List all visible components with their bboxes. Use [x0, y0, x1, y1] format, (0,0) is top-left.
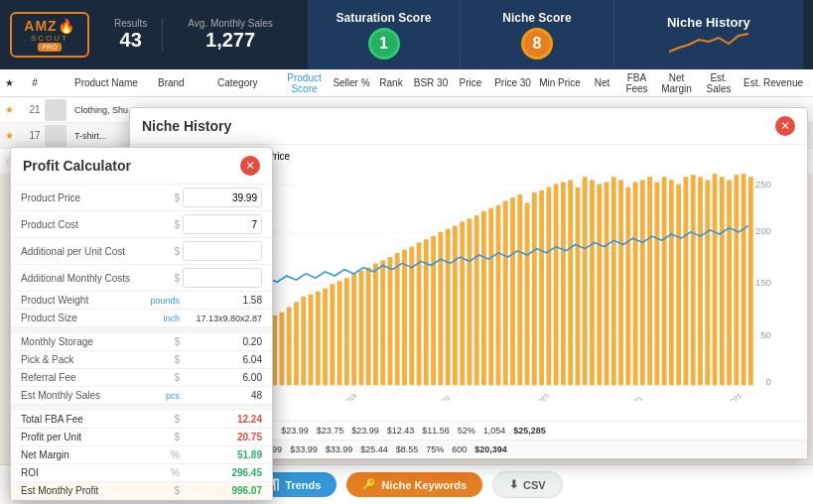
svg-text:12/2021: 12/2021: [719, 392, 743, 401]
th-fba-fees: FBA Fees: [619, 72, 654, 94]
modal-header: Niche History ✕: [130, 108, 807, 145]
price-cell: $23.99: [281, 426, 309, 436]
svg-rect-37: [338, 281, 342, 385]
svg-rect-59: [496, 205, 501, 386]
svg-rect-74: [605, 183, 610, 386]
additional-unit-cost-row: Additional per Unit Cost $: [11, 238, 272, 265]
star-icon[interactable]: ★: [5, 130, 25, 141]
niche-score-value: 8: [521, 28, 553, 60]
pcs-unit: pcs: [166, 391, 180, 401]
svg-rect-90: [720, 177, 725, 385]
profit-calculator-header: Profit Calculator ✕: [11, 148, 272, 185]
product-size-label: Product Size: [21, 313, 163, 323]
product-cost-input[interactable]: [183, 214, 262, 234]
niche-history-sparkline: [669, 30, 748, 55]
svg-rect-91: [727, 180, 732, 385]
product-price-label: Product Price: [21, 192, 174, 203]
th-net: Net: [585, 77, 619, 88]
pounds-unit: pounds: [150, 296, 180, 306]
svg-text:6/2021: 6/2021: [622, 395, 643, 401]
svg-rect-41: [366, 268, 371, 386]
svg-rect-83: [669, 180, 674, 385]
net-margin-label: Net Margin: [21, 449, 171, 460]
est-rev-cell: $25,285: [513, 426, 546, 436]
product-cost-label: Product Cost: [21, 219, 174, 230]
modal-title: Niche History: [142, 118, 231, 134]
product-price-input[interactable]: [183, 188, 262, 207]
svg-rect-56: [474, 215, 479, 385]
th-price30: Price 30: [490, 77, 535, 88]
svg-rect-66: [546, 188, 551, 386]
est-rev-cell: $20,394: [474, 444, 507, 454]
svg-rect-31: [294, 302, 299, 385]
th-est-sales: Est. Sales: [699, 72, 739, 94]
pick-pack-value: 6.04: [183, 354, 262, 365]
svg-rect-71: [583, 177, 588, 385]
svg-rect-73: [597, 185, 602, 386]
niche-history-panel[interactable]: Niche History: [614, 0, 803, 69]
top-header: AMZ🔥 SCOUT PRO Results 43 Avg. Monthly S…: [0, 0, 813, 69]
est-monthly-sales-row: Est Monthly Sales pcs 48: [11, 387, 272, 405]
th-bsr30: BSR 30: [411, 77, 451, 88]
svg-rect-51: [438, 232, 443, 385]
monthly-storage-label: Monthly Storage: [21, 336, 174, 347]
th-num: #: [25, 77, 45, 88]
svg-rect-32: [301, 297, 306, 385]
saturation-title: Saturation Score: [337, 11, 432, 25]
monthly-storage-value: 0.20: [183, 336, 262, 347]
additional-monthly-cost-input[interactable]: [183, 268, 262, 288]
profit-per-unit-row: Profit per Unit $ 20.75: [11, 429, 272, 446]
profit-calculator-close-button[interactable]: ✕: [240, 156, 260, 176]
svg-rect-67: [554, 185, 559, 386]
est-monthly-profit-value: 996.07: [183, 485, 262, 496]
min-price-cell: $23.99: [351, 426, 379, 436]
pick-pack-label: Pick & Pack: [21, 354, 174, 365]
product-size-value: 17.13x9.80x2.87: [183, 314, 262, 323]
product-cost-row: Product Cost $: [11, 211, 272, 238]
net-cell: $12.43: [387, 426, 415, 436]
net-margin-row: Net Margin % 51.89: [11, 446, 272, 464]
svg-rect-69: [568, 180, 573, 385]
profit-calculator-title: Profit Calculator: [23, 158, 131, 174]
svg-rect-42: [373, 263, 378, 385]
star-icon[interactable]: ★: [5, 104, 25, 115]
svg-rect-52: [446, 229, 451, 386]
product-image: [45, 99, 74, 121]
est-monthly-sales-value: 48: [183, 390, 262, 401]
svg-rect-33: [309, 295, 314, 385]
product-weight-label: Product Weight: [21, 295, 150, 306]
niche-score-title: Niche Score: [502, 11, 571, 25]
svg-rect-86: [691, 175, 696, 385]
avg-sales-value: 1,277: [205, 29, 255, 52]
svg-rect-68: [561, 183, 566, 386]
est-sales-cell: 600: [452, 444, 467, 454]
th-product-score[interactable]: Product Score: [277, 72, 332, 94]
min-price-cell: $33.99: [326, 444, 353, 454]
th-rank: Rank: [371, 77, 411, 88]
svg-rect-53: [453, 226, 458, 386]
svg-rect-49: [424, 239, 429, 385]
svg-rect-50: [431, 236, 436, 385]
avg-sales-stat: Avg. Monthly Sales 1,277: [173, 18, 287, 52]
est-monthly-profit-label: Est Monthly Profit: [21, 485, 174, 496]
est-monthly-profit-row: Est Monthly Profit $ 996.07: [11, 482, 272, 500]
svg-rect-60: [503, 200, 508, 385]
inch-unit: inch: [163, 314, 180, 323]
svg-rect-64: [532, 192, 537, 385]
modal-close-button[interactable]: ✕: [775, 116, 795, 136]
margin-cell: 75%: [426, 444, 444, 454]
svg-rect-54: [460, 221, 465, 385]
roi-value: 296.45: [183, 467, 262, 478]
table-header: ★ # Product Name Brand Category Product …: [0, 69, 813, 97]
svg-text:0: 0: [766, 378, 771, 387]
saturation-score-panel: Saturation Score 1: [308, 0, 462, 69]
th-product-name: Product Name: [74, 77, 158, 88]
product-weight-row: Product Weight pounds 1.58: [11, 292, 272, 310]
svg-text:12/2019: 12/2019: [335, 392, 358, 401]
profit-per-unit-value: 20.75: [183, 432, 262, 442]
svg-rect-61: [510, 197, 515, 385]
net-cell: $25.44: [360, 444, 388, 454]
additional-unit-cost-input[interactable]: [183, 241, 262, 261]
svg-rect-79: [640, 180, 645, 385]
svg-rect-75: [611, 177, 616, 385]
